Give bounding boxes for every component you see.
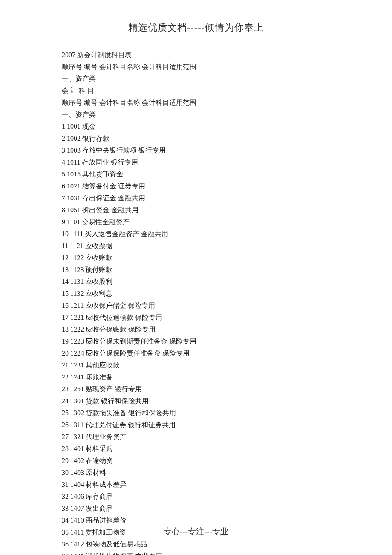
content-line: 5 1015 其他货币资金 [62,168,330,180]
content-line: 3 1003 存放中央银行款项 银行专用 [62,145,330,156]
content-line: 21 1231 其他应收款 [62,359,330,371]
content-line: 2 1002 银行存款 [62,133,330,145]
content-line: 顺序号 编号 会计科目名称 会计科目适用范围 [62,61,330,73]
content-line: 18 1222 应收分保账款 保险专用 [62,324,330,335]
content-line: 16 1211 应收保户储金 保险专用 [62,300,330,312]
header-divider [62,36,330,36]
content-line: 37 1421 消耗性生物资产 农业专用 [62,550,330,555]
content-line: 20 1224 应收分保保险责任准备金 保险专用 [62,347,330,359]
content-line: 27 1321 代理业务资产 [62,431,330,443]
content-line: 17 1221 应收代位追偿款 保险专用 [62,312,330,324]
content-line: 4 1011 存放同业 银行专用 [62,156,330,168]
content-line: 29 1402 在途物资 [62,455,330,467]
content-line: 一、资产类 [62,73,330,85]
content-line: 31 1404 材料成本差异 [62,479,330,491]
content-line: 13 1123 预付账款 [62,264,330,276]
content-line: 36 1412 包装物及低值易耗品 [62,538,330,550]
content-line: 32 1406 库存商品 [62,491,330,503]
content-line: 会 计 科 目 [62,85,330,97]
content-line: 12 1122 应收账款 [62,252,330,264]
content-line: 30 1403 原材料 [62,467,330,479]
content-line: 11 1121 应收票据 [62,240,330,252]
content-line: 19 1223 应收分保未到期责任准备金 保险专用 [62,335,330,347]
document-page: 精选优质文档-----倾情为你奉上 2007 新会计制度科目表顺序号 编号 会计… [0,0,392,555]
content-line: 25 1302 贷款损失准备 银行和保险共用 [62,407,330,419]
content-line: 9 1101 交易性金融资产 [62,216,330,228]
content-line: 24 1301 贷款 银行和保险共用 [62,395,330,407]
content-line: 28 1401 材料采购 [62,443,330,455]
content-line: 8 1051 拆出资金 金融共用 [62,204,330,216]
content-line: 33 1407 发出商品 [62,503,330,515]
content-line: 7 1031 存出保证金 金融共用 [62,192,330,204]
content-line: 34 1410 商品进销差价 [62,515,330,526]
page-header-title: 精选优质文档-----倾情为你奉上 [62,21,330,34]
page-footer: 专心---专注---专业 [0,526,392,537]
content-line: 6 1021 结算备付金 证券专用 [62,180,330,192]
content-line: 26 1311 代理兑付证券 银行和证券共用 [62,419,330,431]
content-line: 顺序号 编号 会计科目名称 会计科目适用范围 [62,97,330,109]
content-line: 10 1111 买入返售金融资产 金融共用 [62,228,330,240]
content-line: 15 1132 应收利息 [62,288,330,300]
content-line: 22 1241 坏账准备 [62,371,330,383]
document-content: 2007 新会计制度科目表顺序号 编号 会计科目名称 会计科目适用范围一、资产类… [62,49,330,555]
content-line: 2007 新会计制度科目表 [62,49,330,61]
content-line: 23 1251 贴现资产 银行专用 [62,383,330,395]
content-line: 1 1001 现金 [62,121,330,133]
content-line: 14 1131 应收股利 [62,276,330,288]
content-line: 一、资产类 [62,109,330,121]
